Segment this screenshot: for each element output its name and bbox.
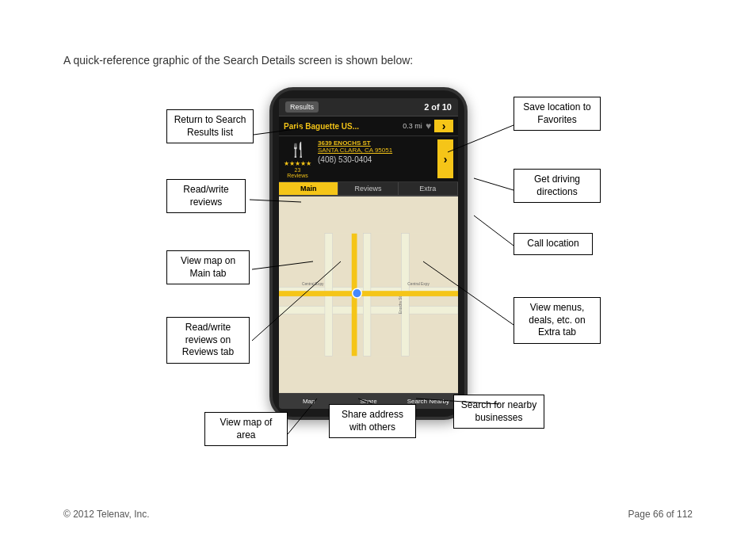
location-header: Paris Baguette US... 0.3 mi ♥ › (279, 116, 458, 136)
screen-topbar: Results 2 of 10 (279, 98, 458, 116)
svg-line-20 (474, 178, 514, 190)
callout-view-map-area: View map of area (204, 412, 288, 446)
street-address[interactable]: 3639 ENOCHS ST (318, 139, 431, 147)
location-middle: 🍴 ★★★★★ 23Reviews 3639 ENOCHS ST SANTA C… (279, 136, 458, 182)
results-button[interactable]: Results (285, 101, 319, 113)
map-svg: Central Expy Central Expy Enochs St (279, 196, 458, 393)
phone-mockup: Results 2 of 10 Paris Baguette US... 0.3… (269, 87, 468, 420)
callout-view-map-main: View map on Main tab (166, 250, 250, 284)
callout-return-search: Return to Search Results list (166, 109, 254, 143)
callout-read-write-reviews-tab: Read/write reviews on Reviews tab (166, 317, 250, 364)
screen-tabs: Main Reviews Extra (279, 182, 458, 196)
map-area[interactable]: Central Expy Central Expy Enochs St (279, 196, 458, 393)
svg-point-8 (353, 288, 362, 298)
svg-text:Central Expy: Central Expy (302, 282, 324, 286)
next-result-button[interactable]: › (434, 120, 453, 132)
favorite-heart-icon[interactable]: ♥ (426, 120, 431, 132)
directions-button[interactable]: › (437, 139, 453, 178)
svg-rect-6 (279, 291, 458, 296)
page-description: A quick-reference graphic of the Search … (63, 54, 413, 67)
location-name: Paris Baguette US... (284, 122, 399, 131)
callout-call-location: Call location (514, 233, 593, 255)
callout-read-write-reviews: Read/write reviews (166, 179, 246, 213)
tab-extra[interactable]: Extra (399, 182, 458, 195)
callout-search-nearby: Search for nearby businesses (453, 395, 544, 429)
address-block: 3639 ENOCHS ST SANTA CLARA, CA 95051 (40… (318, 139, 431, 164)
callout-view-menus: View menus, deals, etc. on Extra tab (514, 297, 601, 344)
callout-get-directions: Get driving directions (514, 169, 601, 203)
reviews-count: 23Reviews (287, 167, 307, 178)
tab-reviews[interactable]: Reviews (338, 182, 398, 195)
callout-save-favorites: Save location to Favorites (514, 97, 601, 131)
footer-page: Page 66 of 112 (628, 509, 693, 520)
callout-share-address: Share address with others (329, 404, 416, 438)
svg-text:Central Expy: Central Expy (407, 282, 430, 286)
star-rating: ★★★★★ (284, 160, 311, 167)
phone-number[interactable]: (408) 530-0404 (318, 155, 431, 164)
svg-line-21 (474, 216, 514, 246)
location-distance: 0.3 mi (403, 122, 422, 130)
tab-main[interactable]: Main (279, 182, 338, 195)
result-count: 2 of 10 (424, 102, 452, 112)
city-address[interactable]: SANTA CLARA, CA 95051 (318, 147, 431, 154)
phone-screen: Results 2 of 10 Paris Baguette US... 0.3… (279, 98, 458, 409)
svg-text:Enochs St: Enochs St (399, 296, 403, 315)
phone-outer: Results 2 of 10 Paris Baguette US... 0.3… (269, 87, 468, 420)
footer-copyright: © 2012 Telenav, Inc. (63, 509, 149, 520)
restaurant-icon: 🍴 (289, 141, 307, 158)
